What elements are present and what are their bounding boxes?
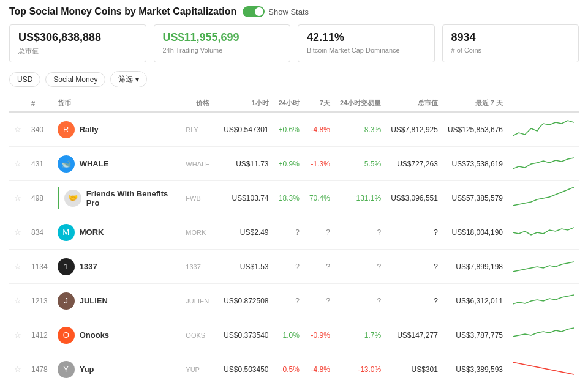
star-button[interactable]: ☆: [9, 352, 26, 384]
coin-rank: 431: [26, 147, 53, 181]
coin-market-cap: US$7,899,198: [443, 250, 508, 284]
stat-label-1: 24h Trading Volume: [163, 46, 282, 54]
coin-icon: J: [58, 292, 75, 310]
coins-table: # 货币 价格 1小时 24小时 7天 24小时交易量 总市值 最近 7 天 ☆…: [9, 95, 579, 383]
coin-rank: 1478: [26, 352, 53, 384]
stat-card-2: 42.11%Bitcoin Market Cap Dominance: [298, 24, 435, 62]
coin-7d-change: 1.7%: [335, 318, 386, 352]
toggle-track[interactable]: [243, 6, 265, 17]
coin-name[interactable]: 1337: [80, 262, 97, 271]
coin-name[interactable]: JULIEN: [80, 296, 108, 305]
coin-symbol: RLY: [181, 112, 214, 147]
col-volume: 24小时交易量: [335, 95, 386, 112]
stat-value-0: US$306,838,888: [18, 31, 137, 44]
coin-volume: US$147,277: [386, 318, 443, 352]
filters-row: USD Social Money 筛选 ▾: [9, 71, 579, 87]
stat-label-2: Bitcoin Market Cap Dominance: [307, 46, 426, 54]
star-button[interactable]: ☆: [9, 112, 26, 147]
page-title: Top Social Money Coins by Market Capital…: [9, 6, 236, 17]
coin-volume: US$7,812,925: [386, 112, 443, 147]
coin-24h-change: -4.8%: [304, 352, 335, 384]
coin-sparkline: [508, 318, 579, 352]
coin-1h-change: +0.6%: [274, 112, 304, 147]
stat-value-2: 42.11%: [307, 31, 426, 44]
coin-icon: O: [58, 327, 75, 344]
star-button[interactable]: ☆: [9, 284, 26, 318]
stat-value-3: 8934: [451, 31, 570, 44]
coin-name[interactable]: Onooks: [80, 330, 109, 340]
table-row: ☆431🐋WHALEWHALEUS$11.73+0.9%-1.3%5.5%US$…: [9, 147, 579, 181]
star-button[interactable]: ☆: [9, 147, 26, 181]
coin-price: US$1.53: [214, 250, 273, 284]
coin-market-cap: US$3,389,593: [443, 352, 508, 384]
coin-rank: 834: [26, 215, 53, 250]
stat-value-1: US$11,955,699: [163, 31, 282, 44]
coin-name[interactable]: Yup: [80, 365, 94, 374]
star-button[interactable]: ☆: [9, 181, 26, 215]
coin-market-cap: US$6,312,011: [443, 284, 508, 318]
coin-market-cap: US$18,004,190: [443, 215, 508, 250]
coin-24h-change: 70.4%: [304, 181, 335, 215]
coin-price: US$0.373540: [214, 318, 273, 352]
coin-7d-change: 8.3%: [335, 112, 386, 147]
coin-1h-change: ?: [274, 250, 304, 284]
coin-24h-change: -4.8%: [304, 112, 335, 147]
col-symbol: [143, 95, 181, 112]
show-stats-toggle[interactable]: Show Stats: [243, 6, 309, 17]
coin-name[interactable]: MORK: [80, 228, 104, 237]
coin-symbol: JULIEN: [181, 284, 214, 318]
coin-info-cell: 🐋WHALE: [53, 147, 181, 181]
coin-icon: 🤝: [64, 190, 81, 207]
coin-price: US$0.503450: [214, 352, 273, 384]
coin-info-cell: MMORK: [53, 215, 181, 250]
star-button[interactable]: ☆: [9, 250, 26, 284]
coin-24h-change: -0.9%: [304, 318, 335, 352]
coin-7d-change: ?: [335, 250, 386, 284]
coin-info-cell: YYup: [53, 352, 181, 384]
coin-symbol: OOKS: [181, 318, 214, 352]
coin-price: US$0.547301: [214, 112, 273, 147]
coin-volume: US$3,096,551: [386, 181, 443, 215]
coin-name[interactable]: Friends With Benefits Pro: [86, 189, 176, 207]
coin-icon: 1: [58, 258, 75, 275]
col-7d: 7天: [304, 95, 335, 112]
coin-symbol: YUP: [181, 352, 214, 384]
col-rank: #: [26, 95, 53, 112]
coin-sparkline: [508, 112, 579, 147]
coin-sparkline: [508, 352, 579, 384]
coin-name[interactable]: Rally: [80, 125, 99, 134]
coin-info-cell: 11337: [53, 250, 181, 284]
coin-sparkline: [508, 215, 579, 250]
coin-info-cell: OOnooks: [53, 318, 181, 352]
coin-7d-change: ?: [335, 215, 386, 250]
col-24h: 24小时: [274, 95, 304, 112]
coin-7d-change: 131.1%: [335, 181, 386, 215]
stat-card-0: US$306,838,888总市值: [9, 24, 146, 62]
coin-market-cap: US$73,538,619: [443, 147, 508, 181]
coin-sparkline: [508, 250, 579, 284]
coin-24h-change: ?: [304, 215, 335, 250]
toggle-label: Show Stats: [268, 7, 309, 17]
coin-icon: 🐋: [58, 155, 75, 173]
coin-volume: US$301: [386, 352, 443, 384]
coin-sparkline: [508, 284, 579, 318]
coin-rank: 340: [26, 112, 53, 147]
currency-filter[interactable]: USD: [9, 72, 40, 87]
category-filter[interactable]: Social Money: [45, 72, 105, 87]
coin-volume: ?: [386, 250, 443, 284]
filter-select[interactable]: 筛选 ▾: [110, 71, 147, 87]
col-coin: 货币: [53, 95, 143, 112]
table-row: ☆1134113371337US$1.53????US$7,899,198: [9, 250, 579, 284]
coin-name[interactable]: WHALE: [80, 159, 109, 168]
star-button[interactable]: ☆: [9, 215, 26, 250]
coin-symbol: MORK: [181, 215, 214, 250]
coin-24h-change: -1.3%: [304, 147, 335, 181]
col-sparkline: 最近 7 天: [443, 95, 508, 112]
coin-1h-change: -0.5%: [274, 352, 304, 384]
coin-7d-change: ?: [335, 284, 386, 318]
coin-volume: ?: [386, 215, 443, 250]
stat-card-1: US$11,955,69924h Trading Volume: [154, 24, 291, 62]
star-button[interactable]: ☆: [9, 318, 26, 352]
table-row: ☆1213JJULIENJULIENUS$0.872508????US$6,31…: [9, 284, 579, 318]
coin-symbol: FWB: [181, 181, 214, 215]
